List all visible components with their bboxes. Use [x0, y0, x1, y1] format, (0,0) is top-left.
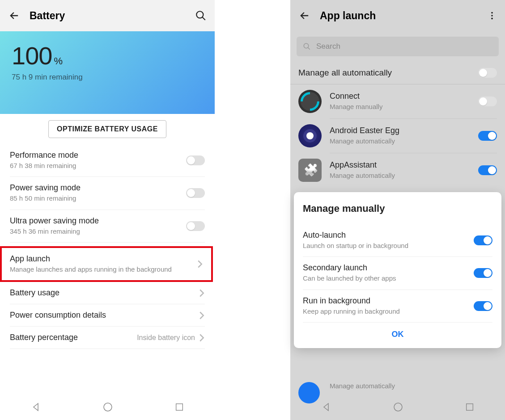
header: Battery	[0, 0, 215, 31]
auto-launch-toggle[interactable]	[474, 235, 492, 245]
svg-rect-8	[466, 404, 473, 411]
app-easter-egg-toggle[interactable]	[478, 131, 497, 141]
setting-title: Power consumption details	[10, 311, 199, 320]
performance-mode-row[interactable]: Performance mode 67 h 38 min remaining	[10, 144, 205, 177]
battery-status-card: 100 % 75 h 9 min remaining	[0, 31, 215, 114]
search-placeholder: Search	[316, 42, 340, 51]
nav-recent-icon[interactable]	[174, 402, 184, 412]
app-manage-mode: Manage automatically	[330, 171, 478, 180]
svg-point-5	[491, 18, 493, 20]
app-icon-connect	[298, 90, 322, 113]
setting-title: App launch	[10, 254, 197, 264]
setting-title: Battery usage	[10, 288, 199, 298]
app-manage-mode: Manage automatically	[330, 137, 478, 146]
page-title: App launch	[320, 10, 487, 22]
app-appassistant-toggle[interactable]	[478, 165, 497, 175]
back-arrow-icon[interactable]	[8, 9, 21, 22]
battery-percent-unit: %	[54, 55, 63, 67]
nav-recent-icon[interactable]	[465, 402, 475, 412]
app-icon-obscured	[298, 382, 320, 403]
manage-all-row[interactable]: Manage all automatically	[290, 62, 505, 84]
setting-sub: Can be launched by other apps	[303, 274, 474, 283]
header: App launch	[290, 0, 505, 31]
app-icon-easter-egg	[298, 124, 322, 147]
ok-button[interactable]: OK	[303, 323, 492, 344]
nav-back-icon[interactable]	[321, 402, 331, 412]
app-row-easter-egg[interactable]: Android Easter Egg Manage automatically	[290, 119, 505, 153]
setting-sub: Launch on startup or in background	[303, 241, 474, 250]
app-manage-mode: Manage manually	[330, 102, 478, 111]
nav-home-icon[interactable]	[102, 402, 113, 412]
dialog-title: Manage manually	[303, 203, 492, 214]
setting-value: Inside battery icon	[137, 334, 195, 342]
app-name: Connect	[330, 92, 478, 101]
run-in-background-row[interactable]: Run in background Keep app running in ba…	[303, 290, 492, 323]
back-arrow-icon[interactable]	[298, 9, 311, 22]
app-launch-row[interactable]: App launch Manage launches and apps runn…	[0, 246, 213, 282]
app-launch-screen: App launch Search Manage all automatical…	[290, 0, 505, 420]
app-name: Android Easter Egg	[330, 126, 478, 135]
svg-point-6	[304, 43, 309, 48]
search-input[interactable]: Search	[297, 37, 499, 56]
more-icon[interactable]	[487, 11, 497, 21]
power-saving-mode-toggle[interactable]	[186, 188, 205, 198]
chevron-right-icon	[199, 333, 205, 342]
manage-all-toggle[interactable]	[478, 68, 497, 78]
app-manage-mode: Manage automatically	[330, 382, 395, 390]
svg-rect-2	[176, 404, 182, 411]
svg-point-7	[394, 403, 402, 411]
nav-back-icon[interactable]	[30, 402, 41, 412]
settings-list: Performance mode 67 h 38 min remaining P…	[0, 144, 215, 349]
setting-title: Power saving mode	[10, 183, 186, 193]
nav-home-icon[interactable]	[393, 402, 403, 412]
power-consumption-row[interactable]: Power consumption details	[10, 304, 205, 327]
battery-percent-value: 100	[12, 41, 52, 70]
search-icon[interactable]	[195, 10, 207, 21]
svg-point-0	[196, 11, 203, 18]
battery-percentage-row[interactable]: Battery percentage Inside battery icon	[10, 327, 205, 349]
setting-title: Run in background	[303, 296, 474, 306]
svg-point-4	[491, 15, 493, 17]
setting-sub: 67 h 38 min remaining	[10, 161, 186, 170]
app-icon-appassistant	[298, 159, 322, 182]
app-row-obscured: Manage automatically	[298, 382, 497, 390]
setting-sub: 345 h 36 min remaining	[10, 227, 186, 236]
power-saving-mode-row[interactable]: Power saving mode 85 h 50 min remaining	[10, 177, 205, 210]
performance-mode-toggle[interactable]	[186, 155, 205, 165]
svg-point-3	[491, 12, 493, 14]
manage-manually-dialog: Manage manually Auto-launch Launch on st…	[294, 192, 501, 348]
nav-bar	[0, 394, 215, 420]
ultra-power-saving-toggle[interactable]	[186, 221, 205, 231]
chevron-right-icon	[199, 311, 205, 320]
setting-title: Manage all automatically	[298, 68, 478, 78]
setting-sub: 85 h 50 min remaining	[10, 194, 186, 203]
secondary-launch-row[interactable]: Secondary launch Can be launched by othe…	[303, 257, 492, 290]
setting-title: Battery percentage	[10, 333, 137, 342]
chevron-right-icon	[199, 289, 205, 298]
setting-title: Ultra power saving mode	[10, 216, 186, 226]
battery-usage-row[interactable]: Battery usage	[10, 282, 205, 304]
nav-bar	[290, 394, 505, 420]
search-icon	[303, 42, 311, 50]
setting-sub: Keep app running in background	[303, 307, 474, 316]
app-row-connect[interactable]: Connect Manage manually	[290, 84, 505, 118]
battery-remaining-label: 75 h 9 min remaining	[12, 73, 203, 82]
setting-sub: Manage launches and apps running in the …	[10, 265, 197, 274]
auto-launch-row[interactable]: Auto-launch Launch on startup or in back…	[303, 224, 492, 257]
setting-title: Performance mode	[10, 151, 186, 160]
app-row-appassistant[interactable]: AppAssistant Manage automatically	[290, 153, 505, 187]
app-name: AppAssistant	[330, 160, 478, 170]
setting-title: Auto-launch	[303, 231, 474, 240]
svg-point-1	[104, 403, 112, 411]
ultra-power-saving-row[interactable]: Ultra power saving mode 345 h 36 min rem…	[10, 210, 205, 243]
secondary-launch-toggle[interactable]	[474, 268, 492, 278]
setting-title: Secondary launch	[303, 263, 474, 273]
chevron-right-icon	[197, 260, 203, 269]
app-connect-toggle[interactable]	[478, 97, 497, 106]
run-in-background-toggle[interactable]	[474, 301, 492, 311]
optimize-battery-button[interactable]: OPTIMIZE BATTERY USAGE	[48, 120, 166, 138]
battery-settings-screen: Battery 100 % 75 h 9 min remaining OPTIM…	[0, 0, 215, 420]
page-title: Battery	[30, 10, 195, 22]
